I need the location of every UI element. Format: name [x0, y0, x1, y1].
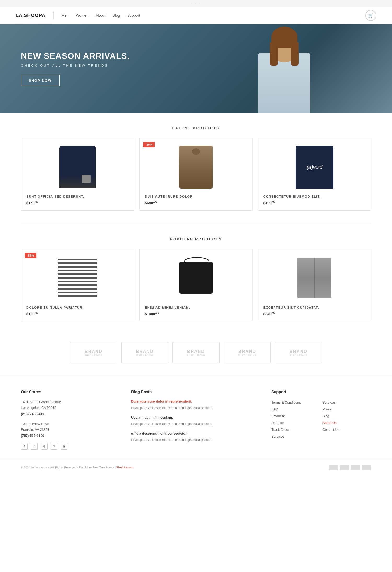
- discover-icon: [362, 465, 371, 470]
- nav-divider: [53, 12, 54, 19]
- copyright-text: © 2014 lashoopa.com · All Rights Reserve…: [21, 466, 133, 469]
- support-link[interactable]: FAQ: [271, 406, 320, 413]
- brand-box[interactable]: BRAND SHOP / BRAND: [70, 342, 117, 363]
- phone-number: (213) 748-2411: [21, 412, 121, 416]
- support-link[interactable]: Track Order: [271, 426, 320, 433]
- address-line1: 1401 South Grand Avenue: [21, 399, 121, 405]
- footer-support-col: Support Terms & Conditions FAQ Payment R…: [271, 389, 371, 449]
- footer-top: Our Stores 1401 South Grand Avenue Los A…: [0, 376, 392, 460]
- support-link[interactable]: Contact Us: [322, 426, 371, 433]
- blog-post-title[interactable]: Duis aute irure dolor in reprehenderit.: [131, 399, 261, 404]
- hero-image: [176, 24, 392, 113]
- blog-post-text: in voluptate velit esse cillum dolore eu…: [131, 438, 261, 443]
- price-cents: .00: [153, 200, 157, 203]
- nav-women[interactable]: Women: [76, 13, 88, 18]
- product-price: $100.00: [263, 200, 366, 205]
- latest-products-section: LATEST PRODUCTS SUNT OFFICIA SED DESERUN…: [0, 113, 392, 224]
- address-line2: Franklin, VA 23851: [21, 427, 121, 433]
- cart-icon: 🛒: [368, 13, 373, 18]
- product-name: DUIS AUTE IRURE DOLOR.: [145, 195, 247, 199]
- blog-post-text: in voluptate velit esse cillum dolore eu…: [131, 406, 261, 411]
- support-link[interactable]: Refunds: [271, 420, 320, 426]
- price-value: $150: [26, 201, 34, 205]
- price-cents: .00: [272, 200, 275, 203]
- price-value: $1000: [145, 312, 155, 316]
- price-value: $650: [145, 201, 153, 205]
- product-card[interactable]: EXCEPTEUR SINT CUPIDATAT. $340.00: [258, 249, 371, 321]
- support-link[interactable]: Services: [271, 433, 320, 440]
- address-line2: Los Angeles, CA 90015: [21, 405, 121, 411]
- cart-button[interactable]: 🛒: [365, 10, 376, 21]
- popular-products-title: POPULAR PRODUCTS: [21, 237, 371, 241]
- support-col-2: Services Press Blog About Us Contact Us: [322, 399, 371, 440]
- rss-icon[interactable]: ◉: [61, 443, 67, 450]
- dots: · · ·: [192, 2, 200, 5]
- product-image: [263, 254, 366, 302]
- vimeo-icon[interactable]: v: [51, 443, 57, 450]
- jacket-image: [179, 146, 213, 189]
- product-name: EXCEPTEUR SINT CUPIDATAT.: [263, 306, 366, 309]
- price-cents: .00: [34, 200, 38, 203]
- brand-sub: SHOP / BRAND: [238, 354, 256, 356]
- blog-post-text: in voluptate velit esse cillum dolore eu…: [131, 422, 261, 427]
- social-icons: f t g v ◉: [21, 443, 121, 450]
- hero-title: NEW SEASON ARRIVALS.: [21, 51, 130, 61]
- blog-post-title[interactable]: officia deserunt mollit consectetur.: [131, 431, 261, 436]
- pixelhint-link[interactable]: Pixelhint.com: [116, 466, 133, 469]
- product-image: [26, 144, 129, 191]
- brand-box[interactable]: BRAND SHOP / BRAND: [172, 342, 220, 363]
- product-card[interactable]: -50% DUIS AUTE IRURE DOLOR. $650.00: [139, 138, 252, 211]
- product-name: DOLORE EU NULLA PARIATUR.: [26, 306, 129, 309]
- void-shirt-image: [296, 146, 333, 189]
- hero-subtitle: CHECK OUT ALL THE NEW TRENDS: [21, 64, 130, 67]
- store-address-1: 1401 South Grand Avenue Los Angeles, CA …: [21, 399, 121, 416]
- product-card[interactable]: ENIM AD MINIM VENIAM. $1000.00: [139, 249, 252, 321]
- nav-blog[interactable]: Blog: [113, 13, 120, 18]
- support-link[interactable]: Blog: [322, 413, 371, 420]
- visa-icon: [329, 465, 338, 470]
- hero-section: NEW SEASON ARRIVALS. CHECK OUT ALL THE N…: [0, 24, 392, 113]
- blog-post: Ut enim ad minim veniam. in voluptate ve…: [131, 415, 261, 427]
- product-card[interactable]: -86% DOLORE EU NULLA PARIATUR. $120.00: [21, 249, 134, 321]
- product-image: [263, 144, 366, 191]
- copy-text: © 2014 lashoopa.com · All Rights Reserve…: [21, 466, 116, 469]
- google-icon[interactable]: g: [41, 443, 48, 450]
- nav-support[interactable]: Support: [127, 13, 140, 18]
- twitter-icon[interactable]: t: [31, 443, 38, 450]
- brand-box[interactable]: BRAND SHOP / BRAND: [275, 342, 322, 363]
- price-cents: .00: [34, 311, 38, 314]
- phone-number: (757) 569-6100: [21, 434, 121, 438]
- site-logo[interactable]: LA SHOOPA: [16, 13, 45, 18]
- facebook-icon[interactable]: f: [21, 443, 28, 450]
- blog-title: Blog Posts: [131, 389, 261, 394]
- product-card[interactable]: CONSECTETUR EIUSMOD ELIT. $100.00: [258, 138, 371, 211]
- brand-name: BRAND: [85, 349, 102, 354]
- amex-icon: [351, 465, 360, 470]
- brand-box[interactable]: BRAND SHOP / BRAND: [121, 342, 168, 363]
- price-value: $340: [263, 312, 272, 316]
- footer-blog-col: Blog Posts Duis aute irure dolor in repr…: [131, 389, 261, 449]
- support-link[interactable]: Terms & Conditions: [271, 399, 320, 406]
- popular-products-grid: -86% DOLORE EU NULLA PARIATUR. $120.00 E…: [21, 249, 371, 321]
- product-name: CONSECTETUR EIUSMOD ELIT.: [263, 195, 366, 199]
- price-value: $100: [263, 201, 272, 205]
- blog-post-title[interactable]: Ut enim ad minim veniam.: [131, 415, 261, 420]
- support-link[interactable]: Payment: [271, 413, 320, 420]
- discount-badge: -50%: [143, 142, 155, 147]
- price-value: $120: [26, 312, 34, 316]
- product-price: $1000.00: [145, 311, 247, 316]
- address-line1: 100 Fairview Drive: [21, 421, 121, 427]
- product-image: [145, 144, 247, 191]
- support-links: Terms & Conditions FAQ Payment Refunds T…: [271, 399, 371, 440]
- nav-about[interactable]: About: [96, 13, 105, 18]
- support-link[interactable]: Services: [322, 399, 371, 406]
- about-us-link[interactable]: About Us: [322, 420, 371, 426]
- brand-box[interactable]: BRAND SHOP / BRAND: [224, 342, 271, 363]
- support-link[interactable]: Press: [322, 406, 371, 413]
- store-address-2: 100 Fairview Drive Franklin, VA 23851 (7…: [21, 421, 121, 438]
- shop-now-button[interactable]: SHOP NOW: [21, 75, 60, 86]
- brand-name: BRAND: [238, 349, 256, 354]
- product-price: $340.00: [263, 311, 366, 316]
- nav-men[interactable]: Men: [61, 13, 68, 18]
- product-card[interactable]: SUNT OFFICIA SED DESERUNT. $150.00: [21, 138, 134, 211]
